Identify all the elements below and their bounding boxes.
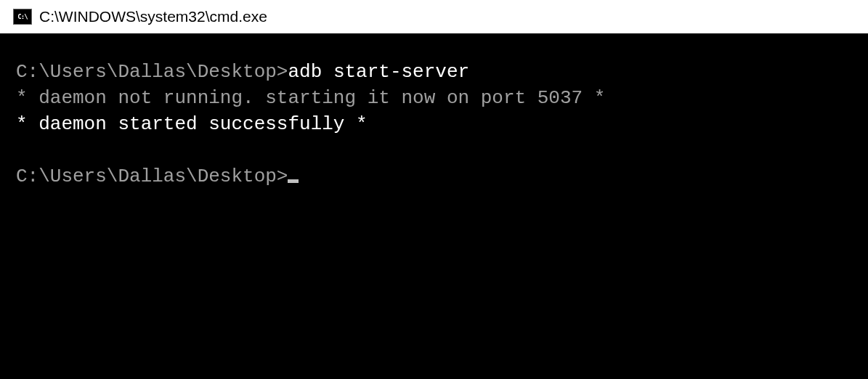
prompt: C:\Users\Dallas\Desktop> <box>16 166 288 187</box>
terminal-output-line: * daemon not running. starting it now on… <box>16 86 852 112</box>
cursor-icon <box>288 179 299 183</box>
window-title: C:\WINDOWS\system32\cmd.exe <box>39 8 267 25</box>
terminal-area[interactable]: C:\Users\Dallas\Desktop>adb start-server… <box>0 33 868 379</box>
terminal-line: C:\Users\Dallas\Desktop> <box>16 164 852 190</box>
command-text: adb start-server <box>288 61 469 83</box>
terminal-output-line: * daemon started successfully * <box>16 112 852 138</box>
cmd-icon: C:\ <box>13 9 32 25</box>
cmd-icon-label: C:\ <box>17 13 27 20</box>
terminal-blank-line <box>16 138 852 164</box>
prompt: C:\Users\Dallas\Desktop> <box>16 61 288 83</box>
window-titlebar: C:\ C:\WINDOWS\system32\cmd.exe <box>0 0 868 33</box>
terminal-line: C:\Users\Dallas\Desktop>adb start-server <box>16 60 852 86</box>
